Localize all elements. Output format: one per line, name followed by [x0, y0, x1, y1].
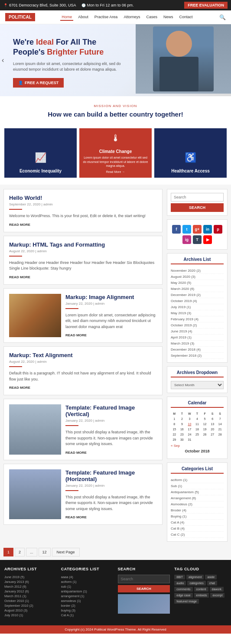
post-6-divider	[65, 490, 78, 491]
f-cat-8[interactable]: buying (3)	[61, 608, 114, 613]
nav-attorneys[interactable]: Attorneys	[122, 14, 141, 21]
archives-dropdown-select[interactable]: Select Month	[171, 381, 224, 389]
f-archive-5[interactable]: March 2011 (1)	[4, 594, 57, 598]
hero-cta-button[interactable]: 👤 FREE A REQUEST	[13, 78, 64, 88]
post-1-read-more[interactable]: READ MORE	[9, 223, 157, 227]
post-6-read-more[interactable]: READ MORE	[65, 515, 157, 519]
tumblr-icon[interactable]: T	[193, 235, 202, 244]
cat-antiquarianism[interactable]: Antiquarianism (5)	[171, 489, 224, 495]
page-1-btn[interactable]: 1	[3, 548, 13, 556]
archive-nov-2020[interactable]: November 2020 (2)	[171, 268, 224, 274]
f-archive-3[interactable]: March 2012 (6)	[4, 584, 57, 589]
tag-featured-image[interactable]: featured image	[174, 599, 199, 604]
archives-widget-title: Archives List	[171, 257, 224, 264]
archive-mar-2020[interactable]: March 2020 (6)	[171, 286, 224, 292]
footer: ARCHIVES LIST June 2019 (5) January 2013…	[0, 560, 231, 625]
tag-edge-case[interactable]: edge case	[174, 593, 192, 598]
cat-b[interactable]: Cat B (4)	[171, 526, 224, 532]
cat-c[interactable]: Cat C (2)	[171, 532, 224, 538]
f-cat-5[interactable]: arrangement (1)	[61, 594, 114, 598]
calendar-prev[interactable]: « Sep	[171, 444, 180, 448]
cat-aciform[interactable]: aciform (1)	[171, 477, 224, 483]
cat-asmodeus[interactable]: Asmodeus (2)	[171, 501, 224, 507]
f-cat-1[interactable]: aaaa (4)	[61, 575, 114, 579]
tag-embeds[interactable]: embeds	[194, 593, 209, 598]
tag-categories[interactable]: categories	[187, 581, 205, 585]
facebook-icon[interactable]: f	[172, 225, 181, 234]
archive-jul-2019[interactable]: July 2019 (1)	[171, 304, 224, 310]
page-2-btn[interactable]: 2	[15, 548, 25, 556]
twitter-icon[interactable]: t	[182, 225, 191, 234]
nav-contact[interactable]: Contact	[178, 14, 194, 21]
pinterest-icon[interactable]: p	[214, 225, 222, 234]
archive-sep-2018[interactable]: September 2018 (2)	[171, 353, 224, 359]
google-plus-icon[interactable]: g+	[193, 225, 202, 234]
post-2-read-more[interactable]: READ MORE	[9, 275, 157, 279]
archive-oct-2019[interactable]: October 2019 (4)	[171, 298, 224, 304]
archive-apr-2019[interactable]: April 2019 (1)	[171, 335, 224, 341]
f-cat-2[interactable]: aciform (1)	[61, 579, 114, 584]
footer-grid: ARCHIVES LIST June 2019 (5) January 2013…	[4, 567, 227, 618]
nav-logo[interactable]: Political	[5, 13, 35, 21]
f-archive-4[interactable]: January 2012 (6)	[4, 589, 57, 594]
f-archive-8[interactable]: August 2010 (3)	[4, 608, 57, 613]
page-12-btn[interactable]: 12	[39, 548, 51, 556]
tag-dawork[interactable]: dawork	[210, 587, 224, 592]
f-archive-7[interactable]: September 2010 (2)	[4, 603, 57, 608]
instagram-icon[interactable]: ig	[182, 235, 191, 244]
f-cat-7[interactable]: border (2)	[61, 603, 114, 608]
nav-cases[interactable]: Cases	[145, 14, 159, 21]
nav-practise[interactable]: Practise Area	[93, 14, 119, 21]
f-cat-9[interactable]: Cat A (1)	[61, 613, 114, 618]
free-evaluation-btn[interactable]: FREE EVALUATION	[184, 2, 228, 9]
archive-may-2019[interactable]: May 2019 (3)	[171, 310, 224, 316]
youtube-icon[interactable]: ▶	[203, 235, 212, 244]
cat-sub[interactable]: Sub (1)	[171, 483, 224, 489]
main-content: Hello World! September 22, 2020 | admin …	[0, 185, 231, 546]
linkedin-icon[interactable]: in	[203, 225, 212, 234]
footer-search-button[interactable]: SEARCH	[118, 585, 170, 592]
tag-chat[interactable]: chat	[207, 581, 217, 585]
card-climate-link[interactable]: Read More →	[106, 170, 125, 173]
nav-home[interactable]: Home	[60, 14, 73, 21]
f-cat-3[interactable]: sub (1)	[61, 584, 114, 589]
archive-dec-2018[interactable]: December 2018 (4)	[171, 347, 224, 353]
archive-dec-2019[interactable]: December 2019 (2)	[171, 292, 224, 298]
cat-a[interactable]: Cat A (4)	[171, 520, 224, 526]
tag-excerpt[interactable]: excerpt	[210, 593, 224, 598]
f-cat-4[interactable]: antiquarianism (1)	[61, 589, 114, 594]
post-4-read-more[interactable]: READ MORE	[9, 386, 157, 390]
archive-may-2020[interactable]: May 2020 (5)	[171, 280, 224, 286]
tag-aside[interactable]: aside	[205, 575, 217, 579]
archives-dropdown-widget: Archives Dropdown Select Month	[167, 366, 228, 393]
archive-jun-2019[interactable]: June 2019 (4)	[171, 329, 224, 335]
archive-aug-2020[interactable]: August 2020 (3)	[171, 274, 224, 280]
sidebar-search-input[interactable]	[171, 193, 224, 202]
cat-arrangement[interactable]: Arrangement (6)	[171, 495, 224, 501]
tag-content[interactable]: content	[194, 587, 208, 592]
tag-alignment[interactable]: alignment	[186, 575, 204, 579]
archive-oct-2019b[interactable]: October 2019 (2)	[171, 322, 224, 329]
tag-audio[interactable]: audio	[174, 581, 186, 585]
f-archive-2[interactable]: January 2013 (6)	[4, 579, 57, 584]
tag-8bit[interactable]: 8BIT	[174, 575, 185, 579]
f-archive-1[interactable]: June 2019 (5)	[4, 575, 57, 579]
hero-prev-arrow[interactable]: ‹	[2, 56, 4, 64]
nav-news[interactable]: News	[162, 14, 175, 21]
post-5-read-more[interactable]: READ MORE	[65, 451, 157, 455]
f-cat-6[interactable]: asmodeus (1)	[61, 598, 114, 603]
sidebar-search-button[interactable]: SEARCH	[171, 203, 224, 212]
card-climate[interactable]: 🌡 Climate Change Lorem ipsum dolor sit a…	[79, 128, 152, 178]
footer-search-input[interactable]	[118, 575, 170, 583]
archive-mar-2019[interactable]: March 2019 (3)	[171, 341, 224, 347]
tag-comments[interactable]: comments	[174, 587, 192, 592]
page-next-btn[interactable]: Next Page	[52, 548, 80, 556]
f-archive-9[interactable]: July 2010 (1)	[4, 613, 57, 618]
archive-feb-2019[interactable]: February 2019 (4)	[171, 316, 224, 322]
f-archive-6[interactable]: October 2010 (1)	[4, 598, 57, 603]
cat-buying[interactable]: Buying (1)	[171, 514, 224, 520]
nav-about[interactable]: About	[77, 14, 90, 21]
post-3-read-more[interactable]: READ MORE	[65, 333, 157, 337]
cat-broder[interactable]: Broder (4)	[171, 507, 224, 514]
nav-search-icon[interactable]: 🔍	[219, 14, 226, 20]
